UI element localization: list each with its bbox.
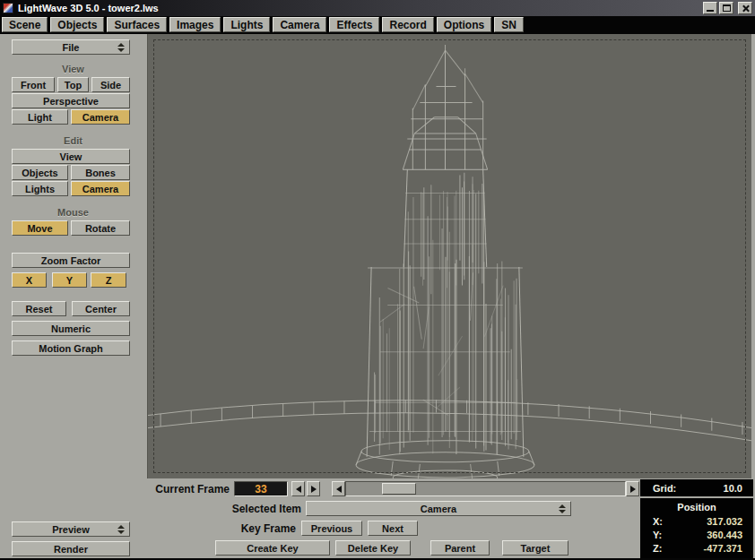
tab-sn[interactable]: SN <box>494 17 524 32</box>
current-frame-input[interactable]: 33 <box>234 481 288 496</box>
view-top-button[interactable]: Top <box>57 77 89 92</box>
center-button[interactable]: Center <box>72 301 130 316</box>
tab-record[interactable]: Record <box>382 17 433 32</box>
preview-dropdown-label: Preview <box>52 524 90 535</box>
frame-step-back-button[interactable] <box>291 481 305 496</box>
left-arrow-icon <box>296 486 301 493</box>
position-z-value: -477.371 <box>704 543 742 554</box>
tab-lights[interactable]: Lights <box>223 17 270 32</box>
updown-icon <box>559 504 566 513</box>
grid-indicator: Grid: 10.0 <box>640 479 753 496</box>
position-title: Position <box>640 500 753 514</box>
title-bar: LightWave 3D 5.0 - tower2.lws <box>0 0 755 16</box>
tab-images[interactable]: Images <box>169 17 221 32</box>
maximize-button[interactable] <box>719 2 733 14</box>
scrollbar-track[interactable] <box>345 481 626 496</box>
current-frame-label: Current Frame <box>147 481 230 496</box>
view-perspective-button[interactable]: Perspective <box>12 93 130 108</box>
view-section-label: View <box>0 64 146 74</box>
app-window: LightWave 3D 5.0 - tower2.lws Scene Obje… <box>0 0 755 560</box>
tab-camera[interactable]: Camera <box>273 17 326 32</box>
close-icon <box>742 4 751 13</box>
file-dropdown-label: File <box>63 42 80 53</box>
mouse-rotate-button[interactable]: Rotate <box>71 220 130 236</box>
updown-icon <box>117 43 125 52</box>
right-arrow-icon <box>311 486 317 493</box>
tab-objects[interactable]: Objects <box>50 17 104 32</box>
delete-key-button[interactable]: Delete Key <box>335 540 411 556</box>
left-toolbar: File View Front Top Side Perspective Lig… <box>0 34 146 560</box>
reset-button[interactable]: Reset <box>12 301 66 316</box>
window-controls <box>703 2 752 14</box>
minimize-icon <box>707 10 714 12</box>
position-y-label: Y: <box>653 530 662 540</box>
render-button[interactable]: Render <box>12 541 130 556</box>
selected-item-value: Camera <box>421 504 456 514</box>
edit-bones-button[interactable]: Bones <box>71 165 130 180</box>
minimize-button[interactable] <box>703 2 717 14</box>
mouse-move-button[interactable]: Move <box>12 220 68 236</box>
target-button[interactable]: Target <box>502 540 568 556</box>
position-z-label: Z: <box>653 543 662 554</box>
position-z-row: Z: -477.371 <box>640 541 753 555</box>
tab-scene[interactable]: Scene <box>2 17 48 32</box>
position-x-value: 317.032 <box>707 516 742 527</box>
position-x-label: X: <box>653 516 663 527</box>
maximize-icon <box>723 4 731 12</box>
viewport[interactable] <box>147 34 751 478</box>
selected-item-label: Selected Item <box>213 501 301 516</box>
window-title: LightWave 3D 5.0 - tower2.lws <box>18 3 703 13</box>
updown-icon <box>117 525 125 534</box>
right-arrow-icon <box>630 486 636 493</box>
numeric-button[interactable]: Numeric <box>12 321 130 336</box>
preview-dropdown[interactable]: Preview <box>12 521 130 537</box>
scroll-right-button[interactable] <box>626 481 639 496</box>
frame-scrollbar <box>332 481 639 496</box>
tab-surfaces[interactable]: Surfaces <box>107 17 167 32</box>
parent-button[interactable]: Parent <box>430 540 490 556</box>
tab-effects[interactable]: Effects <box>329 17 379 32</box>
menu-tab-bar: Scene Objects Surfaces Images Lights Cam… <box>0 16 755 34</box>
close-button[interactable] <box>738 2 752 14</box>
position-y-row: Y: 360.443 <box>640 528 753 541</box>
edit-lights-button[interactable]: Lights <box>12 181 68 196</box>
view-light-button[interactable]: Light <box>12 109 68 125</box>
key-frame-label: Key Frame <box>221 521 296 536</box>
view-camera-button[interactable]: Camera <box>71 109 130 125</box>
file-dropdown[interactable]: File <box>12 39 130 55</box>
mouse-section-label: Mouse <box>0 207 146 218</box>
edit-camera-button[interactable]: Camera <box>71 181 130 196</box>
view-front-button[interactable]: Front <box>12 77 55 92</box>
grid-value: 10.0 <box>724 483 742 494</box>
previous-key-button[interactable]: Previous <box>301 521 362 536</box>
axis-y-button[interactable]: Y <box>52 272 87 288</box>
position-x-row: X: 317.032 <box>640 514 753 528</box>
position-panel: Position X: 317.032 Y: 360.443 Z: -477.3… <box>640 498 753 559</box>
zoom-factor-button[interactable]: Zoom Factor <box>12 253 130 268</box>
scroll-left-button[interactable] <box>332 481 345 496</box>
edit-section-label: Edit <box>0 135 146 146</box>
frame-step-forward-button[interactable] <box>307 481 320 496</box>
position-y-value: 360.443 <box>707 530 742 540</box>
axis-x-button[interactable]: X <box>12 272 47 288</box>
motion-graph-button[interactable]: Motion Graph <box>12 340 130 356</box>
scrollbar-thumb[interactable] <box>382 483 416 495</box>
selected-item-dropdown[interactable]: Camera <box>306 501 571 516</box>
tab-options[interactable]: Options <box>437 17 491 32</box>
edit-objects-button[interactable]: Objects <box>12 165 68 180</box>
create-key-button[interactable]: Create Key <box>215 540 330 556</box>
axis-z-button[interactable]: Z <box>91 272 126 288</box>
view-side-button[interactable]: Side <box>91 77 130 92</box>
next-key-button[interactable]: Next <box>368 521 418 536</box>
edit-view-button[interactable]: View <box>12 149 130 164</box>
app-icon <box>3 3 13 13</box>
camera-frame <box>153 39 746 473</box>
grid-label: Grid: <box>653 483 676 494</box>
left-arrow-icon <box>336 486 342 493</box>
